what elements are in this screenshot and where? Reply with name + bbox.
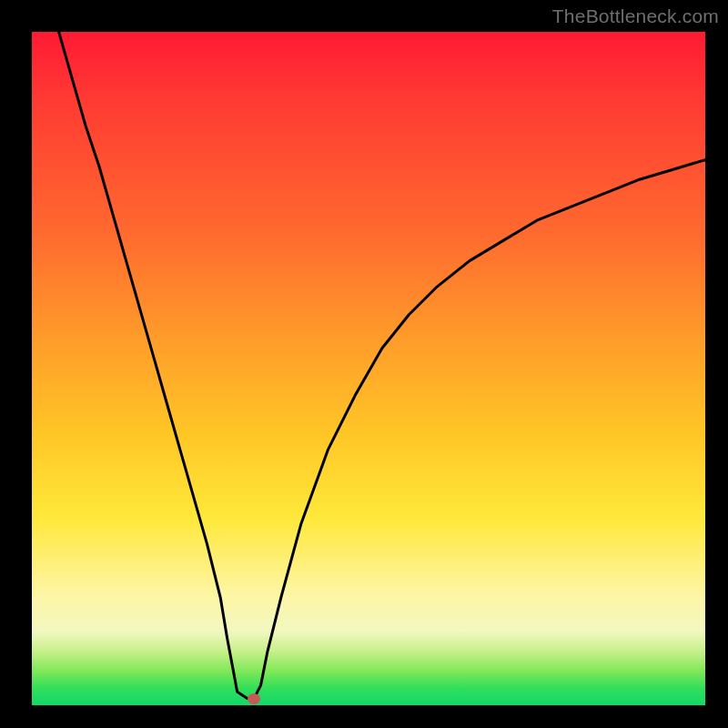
chart-container: TheBottleneck.com <box>0 0 728 728</box>
watermark-text: TheBottleneck.com <box>552 5 719 27</box>
optimal-point-marker <box>248 693 260 704</box>
bottleneck-curve <box>32 32 705 705</box>
plot-area <box>32 32 705 705</box>
